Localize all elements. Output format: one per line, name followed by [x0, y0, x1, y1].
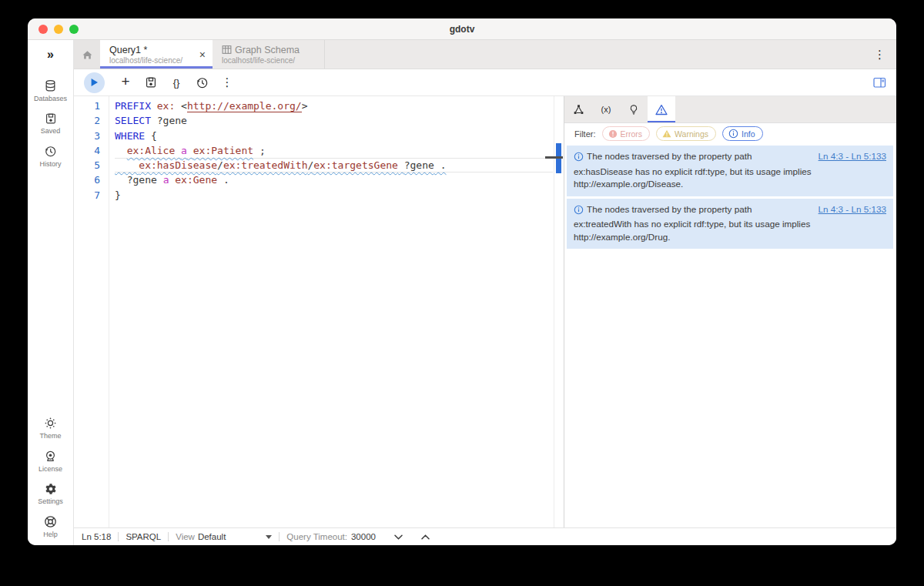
- sidebar-item-help[interactable]: Help: [28, 515, 73, 538]
- editor-overview-ruler[interactable]: [554, 96, 564, 527]
- code-token: /: [217, 159, 223, 171]
- collapse-statusbar-button[interactable]: [394, 534, 403, 540]
- braces-icon: {}: [173, 77, 180, 89]
- tab-graph-schema[interactable]: Graph Schemalocalhost/life-science/: [213, 40, 325, 69]
- window-titlebar: gdotv: [28, 18, 896, 40]
- line-number[interactable]: 2: [74, 113, 109, 128]
- more-options-button[interactable]: ⋮: [219, 75, 235, 90]
- sidebar-item-label: Settings: [38, 497, 63, 505]
- code-token: {: [151, 130, 157, 142]
- query-tabbar: Query1 *localhost/life-science/×Graph Sc…: [74, 40, 896, 69]
- code-token: ?gene: [127, 174, 157, 186]
- info-circle-icon: [574, 152, 584, 166]
- home-icon: [82, 49, 93, 60]
- code-token: [145, 130, 151, 142]
- line-number[interactable]: 1: [74, 99, 109, 113]
- editor-code-area[interactable]: PREFIX ex: <http://example.org/>SELECT ?…: [109, 96, 564, 527]
- line-number[interactable]: 6: [74, 172, 109, 187]
- close-tab-icon[interactable]: ×: [199, 49, 206, 60]
- code-token: ex:Alice: [127, 145, 176, 156]
- code-editor[interactable]: 1234567 PREFIX ex: <http://example.org/>…: [74, 96, 564, 527]
- code-token: ?gene: [404, 159, 434, 171]
- panel-tab-suggestions[interactable]: [620, 96, 648, 122]
- query-timeout-value[interactable]: 30000: [351, 532, 376, 541]
- toolbar-buttons: +{}⋮: [84, 72, 235, 93]
- tab-query1[interactable]: Query1 *localhost/life-science/×: [100, 40, 213, 69]
- minimize-window-button[interactable]: [54, 25, 63, 34]
- run-query-button[interactable]: [84, 72, 105, 93]
- theme-brightness-icon: [44, 417, 57, 430]
- code-line[interactable]: SELECT ?gene: [115, 113, 553, 128]
- statusbar-divider: [118, 532, 119, 541]
- code-token: ex:Gene: [175, 174, 217, 186]
- code-token: >: [302, 100, 308, 112]
- sidebar-item-theme[interactable]: Theme: [28, 417, 73, 440]
- code-line[interactable]: }: [115, 188, 553, 203]
- tab-title: Graph Schema: [235, 45, 300, 55]
- line-number[interactable]: 7: [74, 188, 109, 203]
- code-line[interactable]: WHERE {: [115, 129, 553, 143]
- panel-tab-diagnostics[interactable]: [648, 96, 675, 122]
- format-query-button[interactable]: {}: [169, 75, 184, 90]
- filter-row: Filter: ErrorsWarningsInfo: [564, 123, 896, 144]
- line-number[interactable]: 4: [74, 143, 109, 158]
- code-token: ex:targetsGene: [313, 159, 398, 171]
- code-token: }: [115, 189, 121, 201]
- close-window-button[interactable]: [38, 25, 48, 34]
- warning-filled-icon: [662, 129, 671, 138]
- caret-down-icon: [266, 535, 272, 539]
- new-query-button[interactable]: +: [118, 75, 133, 90]
- code-token: ?gene: [157, 115, 187, 126]
- filter-label: Filter:: [574, 129, 596, 139]
- line-number[interactable]: 3: [74, 129, 109, 143]
- history-clock-icon: [44, 145, 57, 158]
- code-token: [115, 159, 139, 171]
- code-token: [187, 145, 193, 156]
- panel-tab-variables[interactable]: (x): [592, 96, 620, 122]
- code-line[interactable]: ex:hasDisease/ex:treatedWith/ex:targetsG…: [115, 158, 553, 172]
- tab-title: Query1 *: [109, 45, 147, 55]
- sidebar-item-label: License: [38, 465, 62, 473]
- code-token: [151, 100, 157, 112]
- sidebar-item-history[interactable]: History: [28, 145, 73, 168]
- code-token: ex:treatedWith: [223, 159, 308, 171]
- filter-chip-errors[interactable]: Errors: [602, 126, 651, 141]
- message-location-link[interactable]: Ln 4:3 - Ln 5:133: [819, 203, 886, 216]
- query-history-button[interactable]: [194, 75, 209, 90]
- sidebar-item-label: Theme: [39, 432, 61, 440]
- home-button[interactable]: [74, 40, 100, 69]
- cursor-position[interactable]: Ln 5:18: [82, 532, 111, 541]
- table-grid-icon: [222, 45, 232, 55]
- tab-title-row: Query1 *: [109, 45, 192, 55]
- play-icon: [90, 78, 99, 87]
- filter-chip-info[interactable]: Info: [722, 126, 763, 141]
- filter-chip-warnings[interactable]: Warnings: [656, 126, 716, 141]
- line-number[interactable]: 5: [74, 158, 109, 172]
- sidebar-item-databases[interactable]: Databases: [28, 79, 73, 102]
- code-line[interactable]: ex:Alice a ex:Patient ;: [115, 143, 553, 158]
- toggle-results-panel-button[interactable]: [873, 77, 886, 89]
- tab-subtitle: localhost/life-science/: [109, 56, 192, 65]
- overview-cursor-marker: [545, 156, 563, 159]
- expand-statusbar-button[interactable]: [421, 534, 430, 540]
- view-select[interactable]: View Default: [176, 532, 272, 541]
- expand-sidebar-button[interactable]: »: [28, 40, 73, 69]
- desktop-background: gdotv » DatabasesSavedHistory ThemeLicen…: [0, 0, 924, 586]
- license-badge-icon: [44, 450, 57, 463]
- panel-tab-schema-graph[interactable]: [564, 96, 592, 122]
- diagnostic-message: Ln 4:3 - Ln 5:133The nodes traversed by …: [567, 146, 893, 196]
- view-label: View: [176, 532, 195, 541]
- code-line[interactable]: ?gene a ex:Gene .: [115, 172, 553, 187]
- save-query-button[interactable]: [143, 75, 159, 90]
- tabbar-overflow-menu-button[interactable]: ⋮: [864, 40, 896, 69]
- window-body: » DatabasesSavedHistory ThemeLicenseSett…: [28, 40, 896, 545]
- code-token: WHERE: [115, 130, 145, 142]
- message-location-link[interactable]: Ln 4:3 - Ln 5:133: [819, 150, 886, 163]
- sidebar-item-license[interactable]: License: [28, 450, 73, 473]
- sidebar-item-settings[interactable]: Settings: [28, 483, 73, 505]
- code-line[interactable]: PREFIX ex: <http://example.org/>: [115, 99, 553, 113]
- code-token: http://example.org/: [187, 100, 302, 112]
- zoom-window-button[interactable]: [69, 25, 79, 34]
- content-area: 1234567 PREFIX ex: <http://example.org/>…: [74, 96, 896, 527]
- sidebar-item-saved[interactable]: Saved: [28, 112, 73, 135]
